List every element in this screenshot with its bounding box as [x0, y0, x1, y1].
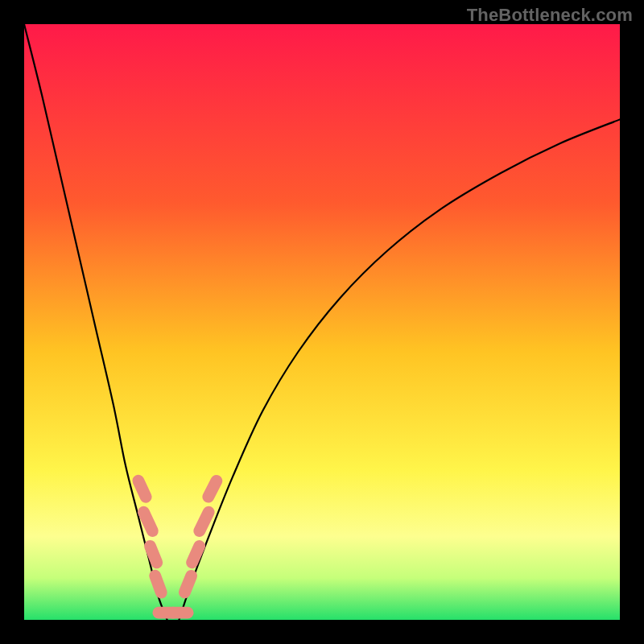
- chart-frame: TheBottleneck.com: [0, 0, 644, 644]
- data-marker: [167, 607, 193, 619]
- watermark-text: TheBottleneck.com: [467, 5, 633, 26]
- plot-area: [24, 24, 620, 620]
- gradient-background: [24, 24, 620, 620]
- chart-svg: [24, 24, 620, 620]
